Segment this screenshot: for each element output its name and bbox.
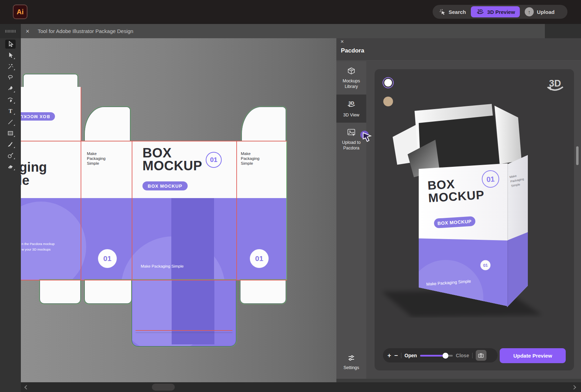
screenshot-button[interactable]	[476, 350, 486, 361]
horizontal-scrollbar	[0, 382, 581, 392]
fold-line	[21, 141, 287, 141]
upload-arrow-icon: ↑	[525, 7, 534, 16]
3d-preview-label: 3D Preview	[487, 9, 515, 15]
type-tool[interactable]: T	[5, 106, 16, 115]
box-side-purple-band	[507, 232, 528, 307]
svg-text:3D: 3D	[477, 9, 483, 13]
sidebar-item-3d-view[interactable]: 3D 3D View	[336, 95, 366, 123]
svg-text:01: 01	[483, 263, 488, 268]
dieline-bottom-flap-4[interactable]	[240, 280, 286, 304]
box-3d-render[interactable]: BOX MOCKUP 01 BOX MOCKUP Make Packaging …	[380, 102, 547, 318]
rotated-brand-pill[interactable]: BOX MOCKUP	[21, 112, 55, 121]
panel-note-text[interactable]: n the Pacdora mockup w your 3D mockups	[22, 241, 55, 252]
panel-close-icon[interactable]: ×	[341, 39, 344, 45]
scrollbar-corner	[0, 382, 21, 392]
dieline-bottom-flap-large[interactable]	[132, 280, 236, 346]
horizontal-scroll-thumb[interactable]	[152, 384, 175, 391]
tab-strip: × Tool for Adobe Illustrator Package Des…	[0, 24, 581, 38]
pacdora-panel: × Pacdora Mockups Library 3D	[336, 38, 581, 379]
scroll-right-icon[interactable]	[572, 385, 576, 390]
brand-pill[interactable]: BOX MOCKUP	[142, 181, 188, 190]
svg-text:3D: 3D	[349, 100, 354, 106]
tab-close-icon[interactable]: ×	[26, 28, 30, 34]
tools-panel: T	[0, 38, 21, 382]
3d-rotate-icon: 3D	[346, 100, 356, 109]
magic-wand-tool[interactable]	[5, 62, 16, 71]
sliders-icon	[347, 354, 356, 362]
document-tab[interactable]: × Tool for Adobe Illustrator Package Des…	[21, 24, 545, 38]
front-headline[interactable]: BOX MOCKUP	[142, 147, 202, 172]
search-button[interactable]: Search	[439, 8, 466, 15]
close-label: Close	[456, 353, 469, 358]
toolbar-dock-grip[interactable]	[0, 24, 21, 38]
fold-line	[132, 141, 132, 280]
lasso-tool[interactable]	[5, 73, 16, 82]
divider	[401, 353, 401, 358]
3d-logo: 3D	[545, 76, 565, 93]
sidebar-item-mockups-library[interactable]: Mockups Library	[336, 61, 366, 95]
open-close-slider[interactable]	[420, 352, 453, 359]
panel-content: 3D	[366, 61, 581, 379]
tagline-right[interactable]: Make Packaging Simple	[241, 152, 260, 166]
topbar-actions: Search 3D 3D Preview ↑ Upload	[433, 5, 567, 19]
upload-label: Upload	[537, 9, 555, 15]
curvature-tool[interactable]	[5, 95, 16, 104]
search-label: Search	[449, 9, 466, 15]
purple-column-shape	[172, 280, 214, 344]
open-label: Open	[404, 353, 417, 358]
paintbrush-tool[interactable]	[5, 140, 16, 149]
box-badge-number: 01	[486, 175, 495, 183]
upload-button[interactable]: ↑ Upload	[525, 7, 559, 16]
box-icon	[347, 67, 356, 75]
panel-title: Pacdora	[341, 47, 364, 54]
dieline-bottom-flap-1[interactable]	[40, 280, 81, 304]
dieline-top-tuck-flap-right[interactable]	[242, 107, 286, 141]
illustrator-logo: Ai	[13, 5, 27, 19]
pen-tool[interactable]	[5, 84, 16, 93]
number-badge-outline[interactable]: 01	[206, 152, 222, 168]
clipped-headline-line2[interactable]: Simple	[21, 174, 30, 187]
fold-line	[236, 141, 237, 280]
document-title: Tool for Adobe Illustrator Package Desig…	[38, 28, 133, 34]
fold-line	[81, 87, 81, 280]
tagline-left[interactable]: Make Packaging Simple	[87, 152, 106, 166]
app-bar: Ai Search 3D 3D Preview	[0, 0, 581, 24]
application-window: Ai Search 3D 3D Preview	[0, 0, 581, 392]
scroll-left-icon[interactable]	[24, 385, 29, 390]
slider-thumb[interactable]	[443, 353, 449, 359]
zoom-in-button[interactable]: +	[387, 352, 391, 359]
rectangle-tool[interactable]	[5, 129, 16, 138]
eraser-tool[interactable]	[5, 162, 16, 171]
fold-line	[21, 280, 287, 280]
purple-arc-shape	[21, 202, 86, 280]
svg-text:T: T	[9, 108, 13, 114]
panel-sidebar: Mockups Library 3D 3D View	[336, 61, 366, 379]
number-badge-left[interactable]: 01	[98, 249, 117, 268]
camera-icon	[478, 352, 484, 359]
image-upload-icon	[347, 128, 356, 137]
direct-selection-tool[interactable]	[5, 51, 16, 60]
dieline-bottom-flap-2[interactable]	[84, 280, 132, 304]
selection-tool[interactable]	[5, 40, 16, 49]
panel-scroll-thumb[interactable]	[576, 146, 579, 165]
3d-preview-card: 3D	[375, 69, 574, 370]
clipped-headline-line1[interactable]: Packaging	[21, 161, 47, 174]
color-swatch-white[interactable]	[383, 78, 393, 88]
divider	[472, 353, 473, 358]
number-badge-right[interactable]: 01	[250, 249, 269, 268]
dieline-top-tuck-flap-left[interactable]	[84, 107, 130, 141]
artboard-canvas[interactable]: BOX MOCKUP Packaging Simple n the Pacdor…	[21, 38, 336, 382]
update-preview-button[interactable]: Update Preview	[500, 348, 566, 363]
cursor-click-icon	[439, 8, 446, 15]
band-tagline[interactable]: Make Packaging Simple	[141, 264, 183, 268]
panel-header: × Pacdora	[336, 38, 581, 61]
preview-controls: + − Open Close	[383, 348, 498, 362]
zoom-out-button[interactable]: −	[394, 352, 398, 359]
3d-swoosh-icon: 3D	[476, 8, 485, 16]
shaper-tool[interactable]	[5, 151, 16, 160]
sidebar-item-settings[interactable]: Settings	[336, 349, 366, 375]
line-segment-tool[interactable]	[5, 117, 16, 126]
dieline-glue-flap[interactable]	[23, 74, 78, 88]
mouse-cursor	[358, 129, 374, 146]
3d-preview-button[interactable]: 3D 3D Preview	[471, 6, 520, 17]
